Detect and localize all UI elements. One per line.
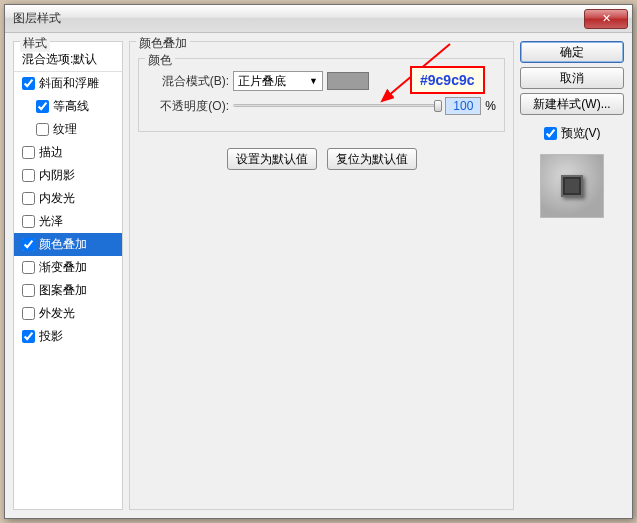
- annotation-hex: #9c9c9c: [410, 66, 485, 94]
- style-label-2: 纹理: [53, 121, 77, 138]
- preview-icon: [561, 175, 583, 197]
- close-button[interactable]: ✕: [584, 9, 628, 29]
- styles-list: 混合选项:默认斜面和浮雕等高线纹理描边内阴影内发光光泽颜色叠加渐变叠加图案叠加外…: [14, 48, 122, 348]
- preview-toggle[interactable]: 预览(V): [520, 125, 624, 142]
- slider-thumb[interactable]: [434, 100, 442, 112]
- style-label-1: 等高线: [53, 98, 89, 115]
- style-label-8: 渐变叠加: [39, 259, 87, 276]
- preview-checkbox[interactable]: [544, 127, 557, 140]
- style-item-6[interactable]: 光泽: [14, 210, 122, 233]
- style-item-7[interactable]: 颜色叠加: [14, 233, 122, 256]
- style-item-1[interactable]: 等高线: [14, 95, 122, 118]
- style-checkbox-2[interactable]: [36, 123, 49, 136]
- titlebar[interactable]: 图层样式 ✕: [5, 5, 632, 33]
- chevron-down-icon: ▼: [309, 76, 318, 86]
- preview-label: 预览(V): [561, 125, 601, 142]
- opacity-unit: %: [485, 99, 496, 113]
- cancel-button[interactable]: 取消: [520, 67, 624, 89]
- action-panel: 确定 取消 新建样式(W)... 预览(V): [520, 41, 624, 510]
- preview-thumbnail: [540, 154, 604, 218]
- reset-default-button[interactable]: 复位为默认值: [327, 148, 417, 170]
- style-checkbox-4[interactable]: [22, 169, 35, 182]
- style-label-0: 斜面和浮雕: [39, 75, 99, 92]
- default-buttons-row: 设置为默认值 复位为默认值: [138, 148, 505, 170]
- style-item-9[interactable]: 图案叠加: [14, 279, 122, 302]
- style-label-4: 内阴影: [39, 167, 75, 184]
- styles-panel: 样式 混合选项:默认斜面和浮雕等高线纹理描边内阴影内发光光泽颜色叠加渐变叠加图案…: [13, 41, 123, 510]
- style-label-5: 内发光: [39, 190, 75, 207]
- style-item-0[interactable]: 斜面和浮雕: [14, 72, 122, 95]
- style-checkbox-7[interactable]: [22, 238, 35, 251]
- styles-legend: 样式: [20, 35, 50, 52]
- style-checkbox-11[interactable]: [22, 330, 35, 343]
- layer-style-dialog: 图层样式 ✕ 样式 混合选项:默认斜面和浮雕等高线纹理描边内阴影内发光光泽颜色叠…: [4, 4, 633, 519]
- color-group-legend: 颜色: [145, 52, 175, 69]
- style-checkbox-5[interactable]: [22, 192, 35, 205]
- blend-mode-select[interactable]: 正片叠底 ▼: [233, 71, 323, 91]
- style-label-6: 光泽: [39, 213, 63, 230]
- style-checkbox-10[interactable]: [22, 307, 35, 320]
- style-checkbox-0[interactable]: [22, 77, 35, 90]
- new-style-button[interactable]: 新建样式(W)...: [520, 93, 624, 115]
- opacity-row: 不透明度(O): %: [147, 97, 496, 115]
- opacity-label: 不透明度(O):: [147, 98, 229, 115]
- style-checkbox-1[interactable]: [36, 100, 49, 113]
- options-panel: 颜色叠加 颜色 混合模式(B): 正片叠底 ▼ 不透明度(O):: [129, 41, 514, 510]
- style-checkbox-3[interactable]: [22, 146, 35, 159]
- opacity-slider[interactable]: [233, 99, 441, 113]
- style-label-7: 颜色叠加: [39, 236, 87, 253]
- style-item-4[interactable]: 内阴影: [14, 164, 122, 187]
- color-swatch[interactable]: [327, 72, 369, 90]
- style-label-11: 投影: [39, 328, 63, 345]
- style-item-2[interactable]: 纹理: [14, 118, 122, 141]
- style-checkbox-6[interactable]: [22, 215, 35, 228]
- style-item-3[interactable]: 描边: [14, 141, 122, 164]
- style-checkbox-9[interactable]: [22, 284, 35, 297]
- style-item-10[interactable]: 外发光: [14, 302, 122, 325]
- style-item-11[interactable]: 投影: [14, 325, 122, 348]
- style-item-5[interactable]: 内发光: [14, 187, 122, 210]
- panel-title: 颜色叠加: [136, 35, 190, 52]
- opacity-input[interactable]: [445, 97, 481, 115]
- style-item-8[interactable]: 渐变叠加: [14, 256, 122, 279]
- set-default-button[interactable]: 设置为默认值: [227, 148, 317, 170]
- dialog-body: 样式 混合选项:默认斜面和浮雕等高线纹理描边内阴影内发光光泽颜色叠加渐变叠加图案…: [5, 33, 632, 518]
- blend-mode-value: 正片叠底: [238, 73, 286, 90]
- ok-button[interactable]: 确定: [520, 41, 624, 63]
- window-title: 图层样式: [13, 10, 584, 27]
- style-label-10: 外发光: [39, 305, 75, 322]
- style-label-3: 描边: [39, 144, 63, 161]
- blend-mode-label: 混合模式(B):: [147, 73, 229, 90]
- style-checkbox-8[interactable]: [22, 261, 35, 274]
- style-label-9: 图案叠加: [39, 282, 87, 299]
